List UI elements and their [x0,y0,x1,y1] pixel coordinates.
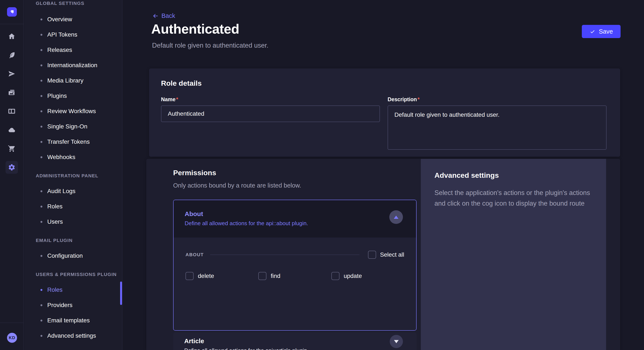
main-nav-settings-gear-icon[interactable] [0,158,24,177]
subnav-item-releases[interactable]: Releases [24,42,122,58]
accordion-article-subtitle: Define all allowed actions for the api::… [184,347,416,350]
action-delete[interactable]: delete [186,272,258,280]
accordion-about-subtitle: Define all allowed actions for the api::… [185,220,416,227]
subnav-item-overview[interactable]: Overview [24,12,122,27]
subnav-item-label: Roles [47,203,62,210]
subnav-scrollbar[interactable] [120,282,122,305]
bullet-icon [40,64,42,66]
subnav-item-audit-logs[interactable]: Audit Logs [24,183,122,199]
subnav-item-label: Roles [47,286,62,293]
action-find[interactable]: find [258,272,331,280]
subnav-item-label: Email templates [47,317,90,324]
bullet-icon [40,320,42,322]
avatar[interactable]: KD [7,333,17,343]
divider [0,323,24,323]
settings-subnav: GLOBAL SETTINGSOverviewAPI TokensRelease… [24,0,122,350]
name-label: Name* [161,96,380,103]
action-checkbox[interactable] [186,272,194,280]
subnav-item-label: Transfer Tokens [47,138,90,145]
description-field-group: Description* Default role given to authe… [388,96,606,151]
advanced-settings-description: Select the application's actions or the … [434,187,592,209]
subnav-item-single-sign-on[interactable]: Single Sign-On [24,119,122,134]
subnav-section-header-email-plugin: EMAIL PLUGIN [24,237,122,244]
subnav-item-plugins[interactable]: Plugins [24,88,122,104]
main-nav-home-icon[interactable] [0,27,24,46]
divider [210,255,360,255]
action-label: delete [198,273,214,279]
subnav-item-label: Providers [47,302,72,309]
collapse-accordion-button[interactable] [389,210,403,224]
subnav-item-roles[interactable]: Roles [24,199,122,214]
subnav-item-label: Internationalization [47,62,97,69]
role-details-title: Role details [161,79,607,87]
accordion-about: About Define all allowed actions for the… [173,200,416,331]
subnav-item-media-library[interactable]: Media Library [24,73,122,88]
subnav-section-header-users-permissions-plugin: USERS & PERMISSIONS PLUGIN [24,271,122,278]
bullet-icon [40,289,42,291]
arrow-left-icon [152,12,159,19]
bullet-icon [40,190,42,192]
action-checkbox[interactable] [258,272,266,280]
layout-icon [8,107,16,115]
bullet-icon [40,126,42,128]
select-all-checkbox[interactable] [368,251,376,259]
save-button-label: Save [599,28,613,35]
bullet-icon [40,34,42,36]
bullet-icon [40,49,42,51]
main-nav-media-library-icon[interactable] [0,83,24,102]
main-nav-feather-icon[interactable] [0,46,24,64]
subnav-item-providers[interactable]: Providers [24,298,122,313]
action-checkbox[interactable] [331,272,340,280]
subnav-item-api-tokens[interactable]: API Tokens [24,27,122,42]
main-nav-layout-icon[interactable] [0,102,24,121]
home-icon [8,32,16,40]
main-nav-cloud-icon[interactable] [0,121,24,139]
action-label: find [271,273,280,279]
page-subtitle: Default role given to authenticated user… [152,42,268,49]
accordion-about-header[interactable]: About Define all allowed actions for the… [174,200,416,237]
subnav-item-configuration[interactable]: Configuration [24,248,122,263]
name-field-group: Name* [161,96,380,151]
permissions-column: Permissions Only actions bound by a rout… [146,159,421,350]
subnav-item-advanced-settings[interactable]: Advanced settings [24,328,122,344]
subnav-item-label: Releases [47,47,72,53]
description-label: Description* [388,96,606,103]
description-textarea[interactable]: Default role given to authenticated user… [388,105,606,150]
name-input[interactable] [161,105,380,122]
action-update[interactable]: update [331,272,404,280]
subnav-item-label: Review Workflows [47,108,96,115]
chevron-down-icon [394,340,399,343]
main-nav-icons [0,27,24,177]
subnav-list: GLOBAL SETTINGSOverviewAPI TokensRelease… [24,0,122,344]
action-label: update [344,273,362,279]
subnav-item-label: Plugins [47,93,67,99]
select-all-control[interactable]: Select all [368,251,404,259]
subnav-item-email-templates[interactable]: Email templates [24,313,122,328]
bullet-icon [40,221,42,223]
save-button[interactable]: Save [582,25,620,38]
feather-icon [8,51,16,59]
subnav-item-label: Overview [47,16,72,23]
actions-grid: deletefindupdate [186,272,404,280]
bullet-icon [40,95,42,97]
main-nav-cart-icon[interactable] [0,139,24,158]
subnav-item-internationalization[interactable]: Internationalization [24,58,122,73]
check-icon [590,28,596,34]
strapi-logo[interactable] [7,7,17,16]
main-nav-paper-plane-icon[interactable] [0,64,24,83]
subnav-item-users[interactable]: Users [24,214,122,229]
subnav-item-label: Single Sign-On [47,123,87,130]
expand-accordion-button[interactable] [390,335,403,348]
back-link[interactable]: Back [152,12,175,19]
subnav-item-transfer-tokens[interactable]: Transfer Tokens [24,134,122,150]
subnav-section-header-global-settings: GLOBAL SETTINGS [24,0,122,6]
bullet-icon [40,156,42,158]
subnav-item-roles[interactable]: Roles [24,282,122,298]
bullet-icon [40,304,42,306]
main-nav-sidebar: KD [0,0,24,350]
role-details-card: Role details Name* Description* Default … [149,68,620,157]
subnav-item-label: Users [47,218,63,225]
subnav-item-review-workflows[interactable]: Review Workflows [24,104,122,119]
subnav-item-webhooks[interactable]: Webhooks [24,150,122,165]
main-content: Back Authenticated Default role given to… [123,0,644,350]
